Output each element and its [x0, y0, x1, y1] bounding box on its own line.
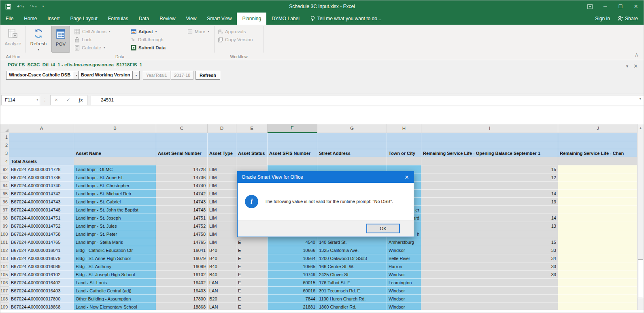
cell-B95[interactable]: Land Impr - St. Michael Detr	[74, 190, 156, 198]
adjust-button[interactable]: Adjust▾	[131, 28, 157, 35]
cell-G2[interactable]	[317, 141, 387, 149]
cell-C101[interactable]: 14765	[156, 238, 208, 246]
cell-F102[interactable]: 10666	[268, 246, 317, 254]
cell-G103[interactable]: 1200 Oakwood Dr SS#3	[317, 254, 387, 262]
more-button[interactable]: More▾	[187, 28, 209, 35]
lock-button[interactable]: Lock	[74, 36, 91, 43]
row-header-102[interactable]: 102	[0, 246, 9, 254]
cell-E102[interactable]: E	[236, 246, 268, 254]
column-header-J[interactable]: J	[558, 124, 638, 133]
cell-C104[interactable]: 16089	[156, 262, 208, 271]
cell-A106[interactable]: B67024-A000000016402	[9, 279, 74, 287]
row-header-99[interactable]: 99	[0, 222, 9, 230]
column-header-B[interactable]: B	[74, 124, 156, 133]
formula-input[interactable]: 24591	[91, 95, 644, 105]
cell-I106[interactable]	[421, 279, 558, 287]
cell-C1[interactable]	[156, 133, 208, 141]
row-header-95[interactable]: 95	[0, 190, 9, 198]
cell-A107[interactable]: B67024-A000000016403	[9, 287, 74, 295]
cell-D98[interactable]: LIM	[208, 214, 236, 222]
cell-C2[interactable]	[156, 141, 208, 149]
cell-A1[interactable]	[9, 133, 74, 141]
cell-H104[interactable]: Harron	[387, 262, 421, 271]
cell-D2[interactable]	[208, 141, 236, 149]
row-header-103[interactable]: 103	[0, 254, 9, 262]
cell-B107[interactable]: Land - Catholic Central (adj)	[74, 287, 156, 295]
row-header-108[interactable]: 108	[0, 295, 9, 303]
cell-I96[interactable]: 13	[421, 198, 558, 206]
cell-B2[interactable]	[74, 141, 156, 149]
cell-C93[interactable]: 14736	[156, 173, 208, 182]
cell-A103[interactable]: B67024-A000000016079	[9, 254, 74, 262]
dialog-close-icon[interactable]: ✕	[400, 171, 414, 183]
undo-icon[interactable]: ↶▾	[17, 4, 24, 9]
cell-G107[interactable]: 391 Tecumseh Rd. E.	[317, 287, 387, 295]
cell-J97[interactable]	[558, 206, 638, 214]
dropdown-arrow-icon[interactable]: ▼	[132, 71, 139, 79]
cell-A101[interactable]: B67024-A000000014765	[9, 238, 74, 246]
column-header-D[interactable]: D	[208, 124, 236, 133]
cell-J105[interactable]	[558, 271, 638, 279]
cell-B4[interactable]	[74, 157, 156, 165]
row-header-2[interactable]: 2	[0, 141, 9, 149]
cell-D105[interactable]: B40	[208, 271, 236, 279]
approvals-button[interactable]: Approvals	[218, 28, 246, 35]
cell-F3[interactable]: Asset SFIS Number	[268, 149, 317, 157]
select-all-corner[interactable]	[0, 124, 9, 133]
cell-E104[interactable]: E	[236, 262, 268, 271]
pov-dropdown-icon[interactable]: ▼	[625, 64, 629, 68]
column-header-A[interactable]: A	[9, 124, 74, 133]
name-box-dropdown-icon[interactable]: ▾	[36, 98, 38, 102]
tab-smart-view[interactable]: Smart View	[202, 13, 237, 25]
cell-I107[interactable]	[421, 287, 558, 295]
cell-B98[interactable]: Land Impr - St. Joseph	[74, 214, 156, 222]
cell-B103[interactable]: Bldg - St. Anne High School	[74, 254, 156, 262]
cell-H102[interactable]: Windsor	[387, 246, 421, 254]
cell-E107[interactable]: E	[236, 287, 268, 295]
cell-D1[interactable]	[208, 133, 236, 141]
cell-H2[interactable]	[387, 141, 421, 149]
row-header-105[interactable]: 105	[0, 271, 9, 279]
cell-F108[interactable]: 7844	[268, 295, 317, 303]
cell-I98[interactable]: 14	[421, 214, 558, 222]
analyze-button[interactable]: Analyze	[2, 26, 23, 53]
share-button[interactable]: Share	[617, 16, 638, 21]
cell-E4[interactable]	[236, 157, 268, 165]
cell-D94[interactable]: LIM	[208, 182, 236, 190]
cell-I100[interactable]	[421, 230, 558, 238]
row-header-3[interactable]: 3	[0, 149, 9, 157]
cell-B108[interactable]: Other Building - Assumption	[74, 295, 156, 303]
cell-G1[interactable]	[317, 133, 387, 141]
cell-F105[interactable]: 10749	[268, 271, 317, 279]
column-header-F[interactable]: F	[268, 124, 317, 133]
cell-B102[interactable]: Bldg - Catholic Education Ctr	[74, 246, 156, 254]
maximize-icon[interactable]: ☐	[613, 0, 628, 13]
enter-icon[interactable]: ✓	[66, 97, 70, 103]
cell-B101[interactable]: Land Impr - Stella Maris	[74, 238, 156, 246]
cell-C105[interactable]: 16102	[156, 271, 208, 279]
column-header-E[interactable]: E	[236, 124, 268, 133]
formula-bar-expand-icon[interactable]: ▾	[639, 97, 641, 101]
row-header-100[interactable]: 100	[0, 230, 9, 238]
ok-button[interactable]: OK	[366, 224, 400, 233]
cell-C3[interactable]: Asset Serial Number	[156, 149, 208, 157]
scrollbar-up-icon[interactable]: ▲	[638, 124, 644, 131]
cell-D108[interactable]: B20	[208, 295, 236, 303]
cell-D100[interactable]: LIM	[208, 230, 236, 238]
close-icon[interactable]: ✕	[628, 0, 644, 13]
row-header-92[interactable]: 92	[0, 165, 9, 173]
cell-F103[interactable]: 10564	[268, 254, 317, 262]
cell-I102[interactable]: 33	[421, 246, 558, 254]
calculate-button[interactable]: Calculate▾	[74, 44, 105, 51]
tab-page-layout[interactable]: Page Layout	[65, 13, 102, 25]
cell-C95[interactable]: 14742	[156, 190, 208, 198]
cell-A3[interactable]	[9, 149, 74, 157]
cell-B99[interactable]: Land Impr - St. Jules	[74, 222, 156, 230]
row-header-93[interactable]: 93	[0, 173, 9, 182]
cell-A96[interactable]: B67024-A000000014743	[9, 198, 74, 206]
cell-G3[interactable]: Street Address	[317, 149, 387, 157]
cell-D96[interactable]: LIM	[208, 198, 236, 206]
cell-A95[interactable]: B67024-A000000014742	[9, 190, 74, 198]
cell-actions-button[interactable]: Cell Actions▾	[74, 28, 111, 35]
cell-D93[interactable]: LIM	[208, 173, 236, 182]
